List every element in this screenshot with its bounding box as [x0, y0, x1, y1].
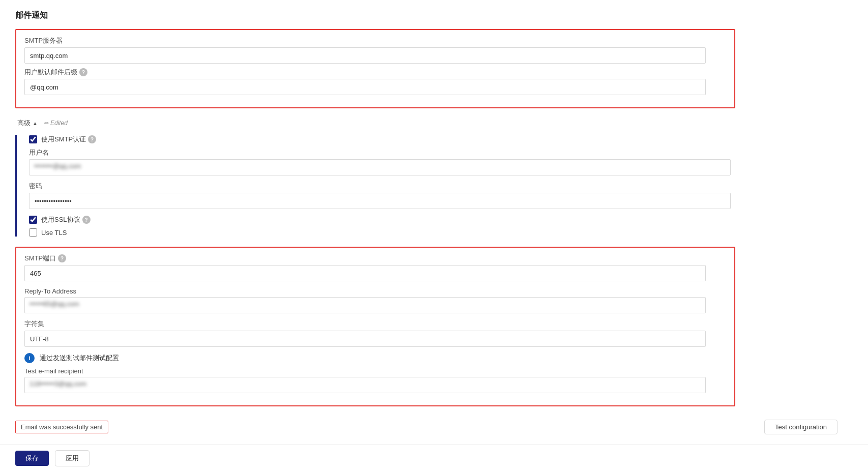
password-group: 密码 — [29, 182, 853, 209]
advanced-toggle-btn[interactable]: 高级 ▲ — [15, 117, 40, 129]
default-suffix-input[interactable] — [24, 79, 706, 95]
use-tls-row: Use TLS — [29, 228, 853, 237]
use-tls-checkbox[interactable] — [29, 228, 37, 237]
charset-group: 字符集 — [24, 319, 726, 347]
chevron-up-icon: ▲ — [33, 121, 38, 126]
reply-to-group: Reply-To Address ••••••65@qq.com — [24, 287, 726, 313]
advanced-indented-section: 使用SMTP认证 ? 用户名 ••••••••@qq.com 密码 — [15, 135, 853, 237]
bottom-bar: 保存 应用 — [0, 445, 868, 471]
ssl-help-icon[interactable]: ? — [82, 216, 91, 224]
smtp-server-input[interactable] — [24, 47, 706, 64]
edited-badge: ✏ Edited — [44, 120, 68, 127]
info-circle-icon: i — [24, 353, 35, 363]
port-help-icon[interactable]: ? — [58, 254, 66, 262]
username-input[interactable] — [29, 159, 731, 175]
smtp-port-label: SMTP端口 ? — [24, 254, 726, 263]
smtp-port-group: SMTP端口 ? — [24, 254, 726, 281]
username-label: 用户名 — [29, 148, 853, 157]
apply-button[interactable]: 应用 — [55, 450, 89, 466]
username-group: 用户名 ••••••••@qq.com — [29, 148, 853, 175]
use-ssl-checkbox[interactable] — [29, 216, 37, 224]
test-configuration-button[interactable]: Test configuration — [764, 420, 837, 434]
test-recipient-label: Test e-mail recipient — [24, 367, 726, 375]
password-label: 密码 — [29, 182, 853, 191]
reply-to-label: Reply-To Address — [24, 287, 726, 295]
smtp-port-input[interactable] — [24, 265, 706, 281]
test-recipient-group: Test e-mail recipient 118••••••3@qq.com — [24, 367, 726, 393]
test-recipient-input-wrapper: 118••••••3@qq.com — [24, 377, 726, 393]
top-red-section: SMTP服务器 用户默认邮件后缀 ? — [15, 29, 735, 108]
smtp-config-red-section: SMTP端口 ? Reply-To Address ••••••65@qq.co… — [15, 247, 735, 406]
smtp-auth-help-icon[interactable]: ? — [88, 135, 96, 143]
test-send-row: i 通过发送测试邮件测试配置 — [24, 353, 726, 363]
default-suffix-group: 用户默认邮件后缀 ? — [24, 68, 726, 95]
suffix-help-icon[interactable]: ? — [79, 68, 87, 76]
advanced-toggle-row: 高级 ▲ ✏ Edited — [15, 117, 853, 129]
page-title: 邮件通知 — [15, 10, 853, 21]
use-tls-label: Use TLS — [41, 229, 67, 237]
username-input-wrapper: ••••••••@qq.com — [29, 159, 853, 175]
reply-to-input-wrapper: ••••••65@qq.com — [24, 297, 726, 313]
test-recipient-input[interactable] — [24, 377, 706, 393]
default-suffix-label: 用户默认邮件后缀 ? — [24, 68, 726, 77]
page-container: 邮件通知 SMTP服务器 用户默认邮件后缀 ? 高级 ▲ ✏ Edited — [0, 0, 868, 471]
use-smtp-auth-label: 使用SMTP认证 ? — [41, 135, 96, 144]
pencil-icon: ✏ — [44, 120, 48, 127]
smtp-server-label: SMTP服务器 — [24, 36, 726, 45]
test-config-row: Email was successfully sent Test configu… — [15, 420, 853, 434]
use-ssl-label: 使用SSL协议 ? — [41, 215, 91, 224]
save-button[interactable]: 保存 — [15, 451, 49, 466]
password-input[interactable] — [29, 193, 731, 209]
success-badge: Email was successfully sent — [15, 421, 108, 433]
charset-input[interactable] — [24, 331, 706, 347]
use-smtp-auth-row: 使用SMTP认证 ? — [29, 135, 853, 144]
use-ssl-row: 使用SSL协议 ? — [29, 215, 853, 224]
use-smtp-auth-checkbox[interactable] — [29, 135, 37, 143]
charset-label: 字符集 — [24, 319, 726, 329]
smtp-server-group: SMTP服务器 — [24, 36, 726, 64]
reply-to-input[interactable] — [24, 297, 706, 313]
